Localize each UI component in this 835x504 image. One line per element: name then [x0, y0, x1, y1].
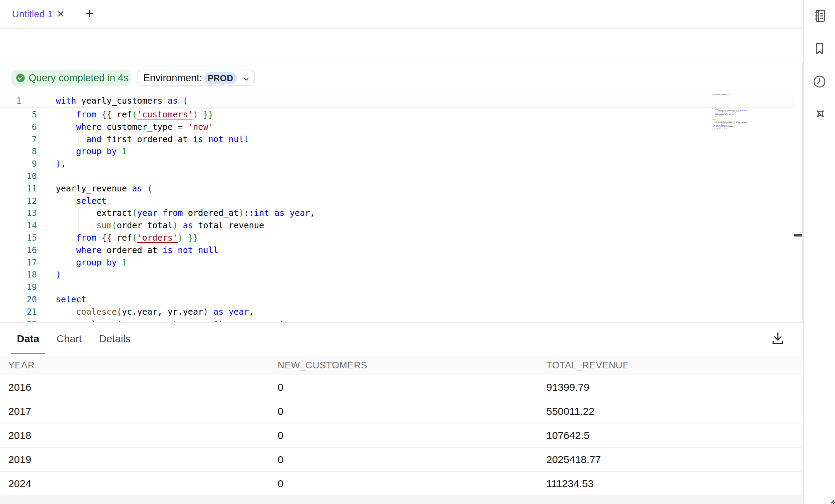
environment-value-badge: PROD	[204, 72, 237, 84]
code-text: where ordered_at is not null	[56, 244, 218, 256]
copilot-icon	[812, 107, 827, 122]
column-header-total-revenue: TOTAL_REVENUE	[538, 360, 803, 371]
environment-selector[interactable]: Environment: PROD	[137, 70, 255, 86]
code-text: select	[56, 195, 107, 207]
code-line[interactable]: 22 coalesce(yc.new_customers, 0) as new_…	[0, 318, 793, 322]
sidebar-item-notebook[interactable]	[804, 0, 835, 32]
line-number: 1	[0, 95, 21, 107]
table-cell: 107642.5	[538, 430, 803, 441]
table-cell: 111234.53	[538, 478, 803, 490]
table-cell: 2016	[0, 381, 269, 393]
table-row: 20180107642.5	[0, 423, 803, 448]
tab-chart[interactable]: Chart	[51, 323, 87, 355]
table-cell: 0	[269, 454, 538, 465]
line-number: 18	[0, 269, 37, 281]
line-number: 15	[0, 232, 37, 244]
code-text: extract(year from ordered_at)::int as ye…	[56, 207, 315, 219]
table-cell: 2025418.77	[538, 454, 803, 465]
sql-editor[interactable]: Query completed in 4s Environment: PROD …	[0, 62, 803, 322]
code-line[interactable]: 12 select	[0, 195, 793, 207]
line-number: 5	[0, 108, 37, 121]
line-number: 14	[0, 219, 37, 232]
code-lines[interactable]: 5 from {{ ref('customers') }}6 where cus…	[0, 108, 793, 322]
code-line[interactable]: 20select	[0, 293, 793, 306]
table-cell: 2017	[0, 406, 269, 417]
line-number: 19	[0, 281, 37, 293]
column-header-new-customers: NEW_CUSTOMERS	[269, 360, 538, 371]
code-line[interactable]: 8 group by 1	[0, 145, 793, 158]
sidebar-item-copilot[interactable]	[804, 98, 835, 131]
table-row: 201902025418.77	[0, 448, 803, 472]
right-sidebar	[803, 0, 835, 504]
table-cell: 0	[269, 381, 538, 393]
chevron-down-icon	[243, 75, 250, 83]
code-text: with yearly_customers as (	[56, 95, 188, 107]
code-text: from {{ ref('customers') }}	[56, 108, 213, 121]
line-number: 13	[0, 207, 37, 219]
tab-untitled-1[interactable]: Untitled 1 ✕	[0, 0, 76, 29]
column-header-year: YEAR	[0, 360, 269, 371]
query-status-text: Query completed in 4s	[29, 70, 128, 86]
code-text: coalesce(yc.year, yr.year) as year,	[56, 306, 254, 318]
line-number: 11	[0, 182, 37, 195]
bookmark-icon	[812, 41, 827, 56]
line-number: 9	[0, 158, 37, 170]
sidebar-item-history[interactable]	[804, 65, 835, 98]
line-number: 16	[0, 244, 37, 256]
code-line[interactable]: 7 and first_ordered_at is not null	[0, 133, 793, 146]
code-line[interactable]: 18)	[0, 269, 793, 281]
sticky-scroll-line[interactable]: 1with yearly_customers as (	[0, 95, 793, 107]
code-line[interactable]: 10	[0, 170, 793, 182]
code-text: group by 1	[56, 256, 127, 269]
toolbar: Develop Run	[0, 29, 803, 62]
code-line[interactable]: 17 group by 1	[0, 256, 793, 269]
tab-title: Untitled 1	[12, 0, 53, 28]
code-line[interactable]: 6 where customer_type = 'new'	[0, 121, 793, 133]
table-cell: 550011.22	[538, 406, 803, 417]
app-root: { "colors": { "tab_accent": "#7048E8", "…	[0, 0, 835, 504]
resize-grip[interactable]	[828, 497, 835, 504]
code-line[interactable]: 15 from {{ ref('orders') }}	[0, 232, 793, 244]
code-line[interactable]: 16 where ordered_at is not null	[0, 244, 793, 256]
code-text: )	[56, 269, 61, 281]
environment-label: Environment:	[143, 70, 202, 86]
code-line[interactable]: 13 extract(year from ordered_at)::int as…	[0, 207, 793, 219]
minimap-line: order by 1	[712, 128, 760, 130]
results-panel: Data Chart Details YEAR NEW_CUSTOMERS TO…	[0, 322, 803, 504]
right-panel-gutter	[793, 62, 803, 322]
code-text: yearly_revenue as (	[56, 182, 152, 195]
sidebar-item-bookmarks[interactable]	[804, 32, 835, 65]
line-number: 6	[0, 121, 37, 133]
tab-data-label: Data	[17, 333, 39, 345]
code-text: select	[56, 293, 86, 306]
code-text: ),	[56, 158, 66, 170]
query-status-badge: Query completed in 4s	[11, 70, 131, 86]
code-text: sum(order_total) as total_revenue	[56, 219, 264, 232]
download-button[interactable]	[770, 331, 785, 346]
new-tab-button[interactable]: +	[81, 0, 98, 28]
code-line[interactable]: 14 sum(order_total) as total_revenue	[0, 219, 793, 232]
history-icon	[812, 74, 827, 89]
code-text: group by 1	[56, 145, 127, 158]
code-line[interactable]: 9),	[0, 158, 793, 170]
code-line[interactable]: 21 coalesce(yc.year, yr.year) as year,	[0, 306, 793, 318]
code-text: coalesce(yc.new_customers, 0) as new_cus…	[56, 318, 315, 322]
line-number: 21	[0, 306, 37, 318]
tab-details[interactable]: Details	[93, 323, 136, 355]
line-number: 7	[0, 133, 37, 146]
code-line[interactable]: 1with yearly_customers as (	[0, 95, 793, 107]
tab-data[interactable]: Data	[11, 323, 45, 355]
table-header-row: YEAR NEW_CUSTOMERS TOTAL_REVENUE	[0, 356, 803, 375]
line-number: 17	[0, 256, 37, 269]
table-cell: 2018	[0, 430, 269, 441]
line-number: 20	[0, 293, 37, 306]
code-line[interactable]: 19	[0, 281, 793, 293]
code-line[interactable]: 5 from {{ ref('customers') }}	[0, 108, 793, 121]
table-cell: 2024	[0, 478, 269, 490]
table-row: 20240111234.53	[0, 472, 803, 496]
table-cell: 0	[269, 406, 538, 417]
line-number: 8	[0, 145, 37, 158]
close-tab-icon[interactable]: ✕	[54, 0, 68, 28]
code-line[interactable]: 11yearly_revenue as (	[0, 182, 793, 195]
panel-resize-handle[interactable]	[794, 234, 802, 237]
